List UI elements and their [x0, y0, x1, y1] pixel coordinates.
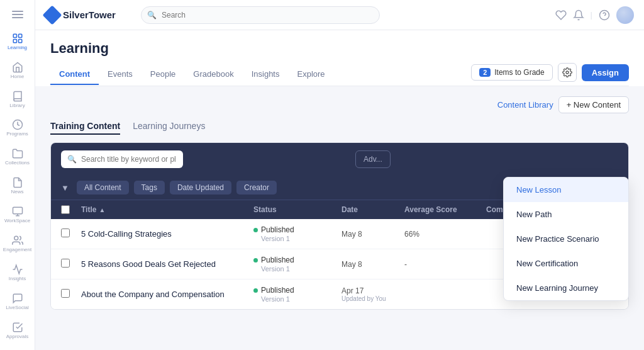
- filter-date-updated[interactable]: Date Updated: [170, 181, 231, 195]
- avatar[interactable]: [616, 6, 634, 24]
- items-to-grade-button[interactable]: 2 Items to Grade: [471, 64, 553, 81]
- new-content-label: + New Content: [567, 100, 621, 110]
- global-search: 🔍: [141, 6, 380, 24]
- svg-rect-1: [18, 34, 21, 37]
- heart-icon[interactable]: [555, 9, 567, 21]
- sidebar-item-programs[interactable]: Programs: [4, 115, 31, 142]
- sidebar-item-label: Insights: [9, 276, 26, 282]
- svg-rect-5: [13, 207, 22, 214]
- dropdown-new-certification[interactable]: New Certification: [504, 251, 628, 276]
- version-label: Version 1: [261, 235, 341, 242]
- status-badge: Published Version 1: [253, 225, 341, 242]
- filter-tags[interactable]: Tags: [134, 181, 165, 195]
- status-label: Published: [261, 286, 294, 295]
- content-top-row: Content Library + New Content: [50, 96, 629, 113]
- subtab-training[interactable]: Training Content: [50, 121, 120, 135]
- table-search-input[interactable]: [61, 150, 183, 168]
- dropdown-new-practice[interactable]: New Practice Scenario: [504, 227, 628, 251]
- sidebar-item-livesocial[interactable]: LiveSocial: [4, 288, 31, 315]
- status-dot: [253, 258, 258, 262]
- sidebar-item-collections[interactable]: Collections: [4, 144, 31, 171]
- table-search-wrap: 🔍: [61, 150, 350, 168]
- date-cell: May 8: [341, 260, 404, 269]
- app-name: SilverTower: [63, 9, 116, 20]
- col-avg-score: Average Score: [404, 205, 486, 214]
- row-checkbox[interactable]: [61, 259, 70, 268]
- sidebar: Learning Home Library Programs Collectio…: [0, 0, 35, 350]
- sort-arrow: ▲: [99, 206, 105, 213]
- help-icon[interactable]: [599, 9, 610, 21]
- col-title: Title ▲: [81, 205, 253, 214]
- dropdown-new-lesson[interactable]: New Lesson: [504, 178, 628, 202]
- settings-button[interactable]: [558, 63, 577, 82]
- tab-actions: 2 Items to Grade Assign: [471, 63, 629, 86]
- tab-people[interactable]: People: [142, 64, 184, 85]
- sidebar-item-label: Learning: [8, 45, 27, 51]
- sidebar-item-label: Collections: [5, 161, 30, 166]
- filter-creator[interactable]: Creator: [236, 181, 277, 195]
- date-cell: May 8: [341, 230, 404, 239]
- subtab-journeys[interactable]: Learning Journeys: [133, 121, 205, 135]
- dropdown-new-journey[interactable]: New Learning Journey: [504, 276, 628, 300]
- content-library-link[interactable]: Content Library: [497, 100, 553, 110]
- sidebar-item-label: News: [11, 189, 23, 195]
- row-title: 5 Cold-Calling Strategies: [81, 229, 172, 239]
- version-label: Version 1: [261, 295, 341, 303]
- row-checkbox[interactable]: [61, 289, 70, 298]
- tabs-row: Content Events People Gradebook Insights…: [50, 63, 629, 86]
- bell-icon[interactable]: [573, 9, 584, 21]
- svg-rect-3: [18, 39, 21, 42]
- sidebar-item-library[interactable]: Library: [4, 86, 31, 113]
- sidebar-item-workspace[interactable]: WorkSpace: [4, 201, 31, 229]
- tab-gradebook[interactable]: Gradebook: [184, 64, 242, 85]
- version-label: Version 1: [261, 265, 341, 273]
- svg-rect-2: [13, 39, 16, 42]
- sidebar-item-home[interactable]: Home: [4, 57, 31, 84]
- new-content-dropdown: New Lesson New Path New Practice Scenari…: [503, 177, 629, 301]
- sidebar-item-label: Approvals: [6, 334, 29, 340]
- filter-all-content[interactable]: All Content: [77, 181, 129, 195]
- tab-insights[interactable]: Insights: [243, 64, 289, 85]
- sidebar-item-label: Home: [11, 74, 24, 80]
- adv-label: Adv...: [364, 155, 382, 164]
- row-title: About the Company and Compensation: [81, 290, 225, 299]
- table-search-bar: 🔍 Adv...: [51, 143, 628, 176]
- new-content-button[interactable]: + New Content: [558, 96, 629, 113]
- col-date: Date: [341, 205, 404, 214]
- sidebar-item-engagement[interactable]: Engagement: [4, 230, 31, 257]
- status-dot: [253, 288, 258, 293]
- page-title: Learning: [50, 40, 629, 57]
- score-cell: -: [404, 260, 486, 269]
- logo-icon: [42, 5, 62, 25]
- dropdown-new-path[interactable]: New Path: [504, 202, 628, 227]
- hamburger-menu[interactable]: [4, 5, 31, 23]
- subtabs: Training Content Learning Journeys: [50, 121, 629, 135]
- assign-button[interactable]: Assign: [582, 64, 629, 81]
- search-input[interactable]: [141, 6, 380, 24]
- content-area: Content Library + New Content Training C…: [35, 86, 644, 350]
- tab-explore[interactable]: Explore: [288, 64, 333, 85]
- sidebar-item-insights[interactable]: Insights: [4, 259, 31, 286]
- sidebar-item-news[interactable]: News: [4, 172, 31, 200]
- sidebar-item-label: Engagement: [3, 247, 31, 253]
- logo-area: SilverTower: [45, 8, 133, 22]
- score-cell: 66%: [404, 230, 486, 239]
- table-search-icon: 🔍: [67, 155, 77, 164]
- sidebar-item-label: WorkSpace: [4, 218, 30, 224]
- row-title: 5 Reasons Good Deals Get Rejected: [81, 259, 216, 269]
- tab-events[interactable]: Events: [99, 64, 142, 85]
- status-label: Published: [261, 225, 294, 234]
- tab-content[interactable]: Content: [50, 64, 99, 85]
- select-all-checkbox[interactable]: [61, 205, 70, 214]
- sidebar-item-approvals[interactable]: Approvals: [4, 317, 31, 344]
- sidebar-item-learning[interactable]: Learning: [4, 28, 31, 55]
- col-status: Status: [253, 205, 341, 214]
- search-icon: 🔍: [147, 11, 157, 20]
- row-checkbox[interactable]: [61, 229, 70, 237]
- advanced-search-button[interactable]: Adv...: [355, 150, 391, 168]
- page-header: Learning Content Events People Gradebook…: [35, 30, 644, 86]
- status-badge: Published Version 1: [253, 256, 341, 273]
- svg-point-8: [14, 236, 18, 240]
- sidebar-item-label: Programs: [6, 132, 28, 137]
- sidebar-item-label: LiveSocial: [6, 305, 28, 311]
